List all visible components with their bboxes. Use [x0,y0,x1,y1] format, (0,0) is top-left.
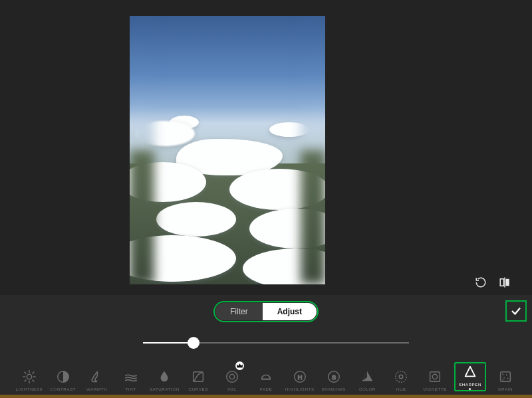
tool-label: COLOR [359,387,376,391]
tool-label: SATURATION [150,387,180,391]
tool-sharpen[interactable]: SHARPEN [454,362,486,391]
svg-point-3 [27,374,31,379]
tool-label: SHARPEN [459,382,481,387]
tool-label: SHADOWS [322,387,346,391]
contrast-icon [56,369,70,384]
warmth-icon [90,369,104,384]
svg-rect-0 [500,279,503,286]
tool-label: HSL [227,387,237,391]
svg-text:H: H [297,374,302,381]
tool-shadows[interactable]: SSHADOWS [319,369,348,391]
tint-icon [124,369,138,384]
svg-point-23 [432,374,437,379]
tool-curves[interactable]: CURVES [184,369,213,391]
mode-toggle: Filter Adjust [215,303,317,320]
active-dot [469,388,471,390]
saturation-icon [157,369,172,384]
lightness-icon [22,369,37,384]
premium-badge-icon [235,361,244,370]
tool-label: WARMTH [86,387,107,391]
tool-grain[interactable]: GRAIN [491,369,520,391]
svg-line-11 [33,372,34,373]
tool-label: CURVES [189,387,208,391]
svg-point-20 [396,371,407,383]
mode-adjust[interactable]: Adjust [263,303,317,320]
tool-contrast[interactable]: CONTRAST [49,369,78,391]
tool-label: GRAIN [498,387,513,391]
confirm-button[interactable] [505,300,527,322]
tool-label: CONTRAST [50,387,76,391]
editor-canvas-area [0,0,532,295]
svg-point-15 [229,374,234,379]
svg-rect-24 [500,372,510,382]
fade-icon [259,369,273,384]
tool-label: VIGNETTE [423,387,447,391]
vignette-icon [428,369,442,384]
tool-label: TINT [125,387,136,391]
svg-rect-1 [506,279,509,286]
tool-label: FADE [260,387,273,391]
reset-icon[interactable] [475,276,487,292]
tool-vignette[interactable]: VIGNETTE [420,369,450,391]
svg-line-8 [25,372,26,373]
bottom-highlight [0,395,532,398]
tool-saturation[interactable]: SATURATION [150,369,179,391]
tool-strip: LIGHTNESSCONTRASTWARMTHTINTSATURATIONCUR… [0,358,532,394]
tool-label: LIGHTNESS [16,387,43,391]
svg-text:S: S [332,374,336,381]
slider-fill [143,342,194,344]
shadows-icon: S [327,369,341,384]
svg-point-27 [503,377,505,379]
tool-highlights[interactable]: HHIGHLIGHTS [285,369,315,391]
tool-label: HIGHLIGHTS [285,387,315,391]
svg-point-21 [400,375,404,379]
controls-panel: Filter Adjust LIGHTNESSCONTRASTWARMTHTIN… [0,295,532,398]
svg-point-29 [502,379,503,381]
tool-hue[interactable]: HUE [386,369,416,391]
tool-color[interactable]: COLOR [352,369,382,391]
slider-thumb[interactable] [188,337,200,349]
tool-fade[interactable]: FADE [251,369,281,391]
tool-label: HUE [396,387,406,391]
flip-horizontal-icon[interactable] [499,276,511,292]
curves-icon [191,369,205,384]
svg-point-25 [502,373,503,375]
grain-icon [498,369,513,384]
svg-line-10 [25,380,26,381]
adjust-slider[interactable] [143,335,409,351]
hue-icon [394,369,408,384]
tool-tint[interactable]: TINT [116,369,146,391]
mode-filter[interactable]: Filter [215,303,263,320]
image-preview[interactable] [130,16,325,284]
tool-warmth[interactable]: WARMTH [82,369,112,391]
svg-rect-22 [430,372,440,382]
color-icon [360,369,374,384]
sharpen-icon [463,365,477,379]
tool-lightness[interactable]: LIGHTNESS [15,369,44,391]
highlights-icon: H [293,369,307,384]
svg-point-26 [506,374,507,375]
svg-point-28 [507,378,509,379]
tool-hsl[interactable]: HSL [217,369,247,391]
svg-line-9 [33,380,34,381]
